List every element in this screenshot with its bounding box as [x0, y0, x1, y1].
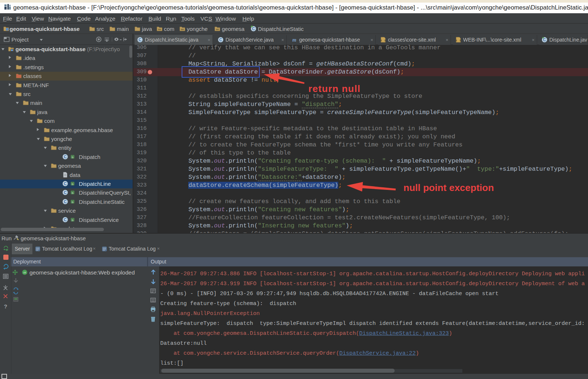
svg-text:b: b [72, 191, 74, 195]
svg-text:C: C [64, 190, 67, 195]
svg-text:b: b [72, 219, 74, 222]
svg-text:return null: return null [308, 83, 361, 94]
svg-text:m: m [293, 37, 297, 43]
svg-text:C: C [64, 217, 67, 222]
svg-text:null point exception: null point exception [403, 182, 494, 193]
svg-text:C: C [64, 181, 67, 186]
svg-text:b: b [72, 156, 74, 159]
svg-text:b: b [72, 201, 74, 204]
svg-text:C: C [219, 38, 222, 42]
svg-text:b: b [72, 183, 74, 186]
svg-text:C: C [64, 155, 67, 159]
svg-text:?: ? [4, 303, 7, 309]
svg-text:C: C [139, 38, 141, 42]
svg-text:C: C [64, 199, 67, 204]
svg-text:ok: ok [23, 271, 26, 274]
